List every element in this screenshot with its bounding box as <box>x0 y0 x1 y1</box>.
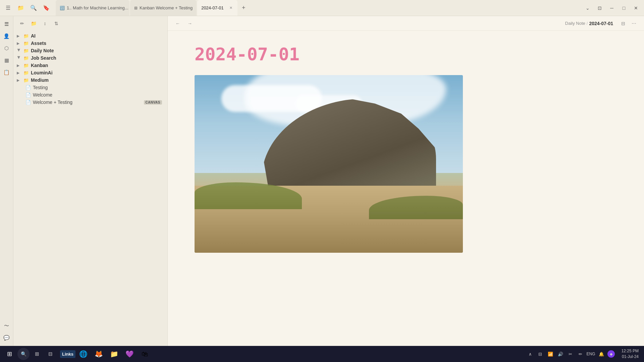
store-app-button[interactable]: 🛍 <box>138 347 152 361</box>
firefox-app-button[interactable]: 🦊 <box>91 347 106 361</box>
folder-item-ai[interactable]: ▶ 📁 AI <box>13 32 167 40</box>
taskbar-search-button[interactable]: 🔍 <box>17 348 30 360</box>
search-icon[interactable]: 🔍 <box>28 3 39 13</box>
file-item-welcome-testing[interactable]: 📄 Welcome + Testing CANVAS <box>13 99 167 106</box>
breadcrumb-separator: / <box>587 21 588 26</box>
tab-label: 2024-07-01 <box>201 5 224 10</box>
pen-icon[interactable]: ✏ <box>577 350 585 358</box>
obsidian-tray-icon[interactable]: ◆ <box>607 350 615 358</box>
tab-daily-note[interactable]: 2024-07-01 ✕ <box>197 0 237 16</box>
recent-files-icon[interactable]: 👤 <box>1 31 12 42</box>
minimize-button[interactable]: ─ <box>606 3 617 13</box>
clipboard-icon[interactable]: 📋 <box>1 67 12 78</box>
content-header: ← → Daily Note / 2024-07-01 ⊟ ⋯ <box>168 16 644 31</box>
note-icon: 📄 <box>25 93 31 98</box>
file-label: Testing <box>33 85 162 90</box>
folder-arrow-icon: ▶ <box>17 34 21 38</box>
links-icon: Links <box>60 350 75 358</box>
layout-button[interactable]: ⊡ <box>594 3 605 13</box>
new-folder-button[interactable]: 📁 <box>29 19 38 28</box>
activity-icon[interactable]: 〜 <box>1 320 12 331</box>
titlebar: ☰ 📁 🔍 🔖 🔢 1.. Math for Machine Learning.… <box>0 0 644 16</box>
folder-label: Daily Note <box>31 48 162 53</box>
tab-math[interactable]: 🔢 1.. Math for Machine Learning... <box>56 0 129 16</box>
folder-item-medium[interactable]: ▶ 📁 Medium <box>13 76 167 84</box>
tab-close-button[interactable]: ✕ <box>228 5 233 11</box>
chat-icon[interactable]: 💬 <box>1 333 12 343</box>
tab-add-button[interactable]: + <box>238 3 249 13</box>
folder-item-daily-note[interactable]: ▶ 📁 Daily Note <box>13 47 167 54</box>
network-icon[interactable]: ⊟ <box>536 350 544 358</box>
more-options-button[interactable]: ⋯ <box>629 19 639 28</box>
folder-label: Kanban <box>31 63 162 68</box>
file-label: Welcome <box>33 92 162 98</box>
folder-item-job-search[interactable]: ▶ 📁 Job Search <box>13 54 167 62</box>
widgets-button[interactable]: ⊟ <box>44 348 56 360</box>
wifi-icon[interactable]: 📶 <box>546 350 554 358</box>
note-icon: 📄 <box>25 85 31 90</box>
bookmark-icon[interactable]: 🔖 <box>41 3 52 13</box>
folder-item-assets[interactable]: ▶ 📁 Assets <box>13 40 167 47</box>
folder-arrow-icon: ▶ <box>17 49 21 53</box>
start-button[interactable]: ⊞ <box>3 347 16 361</box>
screenshot-icon[interactable]: ✂ <box>567 350 575 358</box>
folder-arrow-icon: ▶ <box>17 71 21 75</box>
taskbar: ⊞ 🔍 ⊞ ⊟ Links 🌐 🦊 📁 💜 🛍 ∧ ⊟ 📶 🔊 ✂ ✏ ENG … <box>0 346 644 362</box>
tab-kanban[interactable]: ⊞ Kanban Welcome + Testing <box>130 0 197 16</box>
folder-icon: 📁 <box>23 56 29 61</box>
files-app-button[interactable]: 📁 <box>107 347 121 361</box>
file-item-welcome[interactable]: 📄 Welcome <box>13 91 167 99</box>
content-area: ← → Daily Note / 2024-07-01 ⊟ ⋯ 2024-07-… <box>168 16 644 346</box>
task-view-button[interactable]: ⊞ <box>31 348 43 360</box>
folder-arrow-icon: ▶ <box>17 42 21 45</box>
sidebar-toggle-button[interactable]: ☰ <box>3 3 13 13</box>
breadcrumb: Daily Note / 2024-07-01 <box>565 21 613 26</box>
titlebar-right: ⌄ ⊡ ─ □ ✕ <box>582 3 641 13</box>
system-tray: ∧ ⊟ 📶 🔊 ✂ ✏ ENG 🔔 ◆ <box>524 350 618 358</box>
file-label: Welcome + Testing <box>33 100 142 105</box>
file-item-testing[interactable]: 📄 Testing <box>13 84 167 91</box>
language-label[interactable]: ENG <box>587 352 595 356</box>
main-area: ☰ 👤 ⬡ ▦ 📋 〜 💬 ✏ 📁 ↕ ⇅ ▶ 📁 AI ▶ 📁 <box>0 16 644 346</box>
collapse-button[interactable]: ⇅ <box>52 19 61 28</box>
maximize-button[interactable]: □ <box>619 3 629 13</box>
expand-tray-button[interactable]: ∧ <box>526 350 534 358</box>
tab-label: 1.. Math for Machine Learning... <box>67 5 128 10</box>
folder-icon: 📁 <box>23 70 29 75</box>
folder-icon: 📁 <box>23 48 29 53</box>
links-app-button[interactable]: Links <box>60 347 75 361</box>
graph-view-icon[interactable]: ⬡ <box>1 43 12 54</box>
note-title: 2024-07-01 <box>195 44 617 64</box>
nav-back-button[interactable]: ← <box>173 19 182 28</box>
canvas-icon: 📄 <box>25 100 31 105</box>
calendar-icon[interactable]: ▦ <box>1 55 12 66</box>
chrome-app-button[interactable]: 🌐 <box>76 347 91 361</box>
taskbar-clock[interactable]: 12:25 PM 01-Jul-24 <box>619 348 641 360</box>
obsidian-app-button[interactable]: 💜 <box>122 347 137 361</box>
folder-label: Medium <box>31 77 162 83</box>
nav-forward-button[interactable]: → <box>185 19 195 28</box>
tab-label: Kanban Welcome + Testing <box>140 5 193 10</box>
folder-icon: 📁 <box>23 63 29 68</box>
content-body: 2024-07-01 <box>168 31 644 346</box>
folder-icon[interactable]: 📁 <box>15 3 26 13</box>
header-actions: ⊟ ⋯ <box>619 19 639 28</box>
sort-button[interactable]: ↕ <box>40 19 50 28</box>
breadcrumb-parent[interactable]: Daily Note <box>565 21 585 26</box>
sidebar-toggle-icon[interactable]: ☰ <box>1 19 12 29</box>
file-tree: ▶ 📁 AI ▶ 📁 Assets ▶ 📁 Daily Note ▶ 📁 Job… <box>13 31 167 346</box>
folder-item-kanban[interactable]: ▶ 📁 Kanban <box>13 62 167 69</box>
folder-item-louminai[interactable]: ▶ 📁 LouminAi <box>13 69 167 76</box>
new-note-button[interactable]: ✏ <box>17 19 27 28</box>
folder-arrow-icon: ▶ <box>17 56 21 60</box>
volume-icon[interactable]: 🔊 <box>556 350 565 358</box>
open-view-button[interactable]: ⊟ <box>619 19 628 28</box>
chevron-down-button[interactable]: ⌄ <box>582 3 593 13</box>
folder-icon: 📁 <box>23 41 29 46</box>
tab-icon: ⊞ <box>134 6 138 10</box>
breadcrumb-current: 2024-07-01 <box>589 21 613 26</box>
notification-icon[interactable]: 🔔 <box>597 350 605 358</box>
titlebar-left: ☰ 📁 🔍 🔖 <box>3 3 52 13</box>
folder-icon: 📁 <box>23 34 29 39</box>
close-button[interactable]: ✕ <box>631 3 641 13</box>
